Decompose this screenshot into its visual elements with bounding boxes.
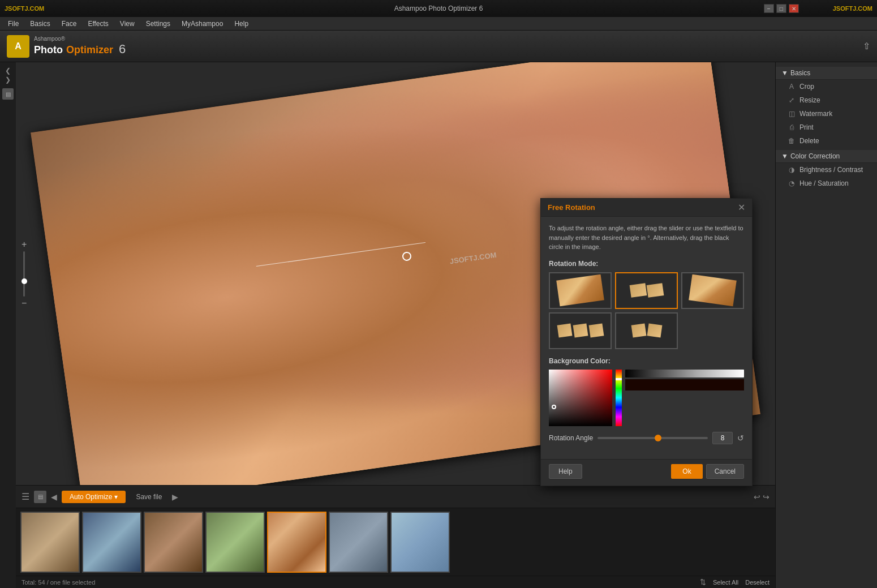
- filmstrip-thumb-3[interactable]: [144, 512, 203, 573]
- zoom-plus[interactable]: +: [22, 240, 27, 249]
- panel-print[interactable]: ⎙ Print: [776, 121, 877, 134]
- close-button[interactable]: ✕: [789, 4, 799, 13]
- share-icon[interactable]: ⇧: [863, 41, 870, 51]
- rotation-modes-row1: [549, 272, 744, 309]
- mode-4-img: [558, 324, 603, 337]
- rotation-mode-2[interactable]: [615, 272, 678, 309]
- nav-prev[interactable]: ❮: [5, 67, 11, 75]
- rotation-mode-3[interactable]: [681, 272, 744, 309]
- cancel-button[interactable]: Cancel: [706, 464, 744, 479]
- save-file-button[interactable]: Save file: [130, 491, 167, 503]
- panel-delete[interactable]: 🗑 Delete: [776, 134, 877, 148]
- auto-optimize-button[interactable]: Auto Optimize ▾: [62, 491, 126, 503]
- redo-icon[interactable]: ↪: [763, 492, 769, 501]
- color-gradient-box[interactable]: [549, 370, 612, 426]
- rotation-mode-5[interactable]: [615, 312, 678, 349]
- dialog-footer: Help Ok Cancel: [541, 459, 752, 486]
- filmstrip-thumb-5-selected[interactable]: [267, 512, 326, 573]
- hue-slider[interactable]: [616, 370, 622, 426]
- rotation-mode-4[interactable]: [549, 312, 612, 349]
- rotation-reset-button[interactable]: ↺: [737, 434, 744, 443]
- ok-button[interactable]: Ok: [671, 464, 702, 479]
- panel-watermark[interactable]: ◫ Watermark: [776, 107, 877, 121]
- rotation-angle-row: Rotation Angle ↺: [549, 432, 744, 444]
- menu-help[interactable]: Help: [229, 19, 254, 29]
- color-label: Color Correction: [790, 152, 840, 160]
- dialog-title: Free Rotation: [548, 203, 595, 212]
- print-label: Print: [799, 123, 814, 131]
- filmstrip-thumb-7[interactable]: [390, 512, 450, 573]
- panel-brightness[interactable]: ◑ Brightness / Contrast: [776, 163, 877, 177]
- help-button[interactable]: Help: [549, 464, 582, 479]
- right-panel: ▼ Basics A Crop ⤢ Resize ◫ Watermark ⎙ P…: [775, 62, 877, 588]
- color-picker-dot[interactable]: [552, 405, 556, 409]
- brightness-label: Brightness / Contrast: [799, 166, 863, 174]
- color-picker-grid: [549, 370, 744, 426]
- filmstrip-thumb-6[interactable]: [329, 512, 388, 573]
- sort-icon[interactable]: ⇅: [700, 578, 706, 586]
- status-bar: Total: 54 / one file selected ⇅ Select A…: [16, 576, 775, 588]
- dialog-description: To adjust the rotation angle, either dra…: [549, 224, 744, 252]
- watermark-icon: ◫: [787, 110, 796, 118]
- menu-basics[interactable]: Basics: [24, 19, 55, 29]
- color-selected-swatch: [625, 379, 744, 390]
- menu-view[interactable]: View: [114, 19, 140, 29]
- thumb-nav-right[interactable]: ▶: [172, 492, 178, 501]
- rotation-angle-input[interactable]: [712, 432, 733, 444]
- basics-collapse-icon: ▼: [781, 69, 788, 77]
- rotation-mode-1[interactable]: [549, 272, 612, 309]
- menu-face[interactable]: Face: [56, 19, 83, 29]
- basics-section-header[interactable]: ▼ Basics: [776, 67, 877, 80]
- rotation-slider-thumb[interactable]: [655, 435, 661, 441]
- header-actions: ⇧: [863, 41, 870, 51]
- thumbnail-toggle[interactable]: ▤: [2, 88, 14, 100]
- nav-next[interactable]: ❯: [5, 76, 11, 84]
- zoom-slider[interactable]: [23, 251, 25, 297]
- mode-1-preview: [552, 274, 608, 307]
- thumb-nav-left[interactable]: ◀: [51, 492, 57, 501]
- minimize-button[interactable]: −: [764, 4, 774, 13]
- app-header: A Ashampoo® Photo Optimizer 6 ⇧: [0, 31, 877, 62]
- resize-icon: ⤢: [787, 96, 796, 104]
- color-output-bar: [625, 370, 744, 390]
- rotation-mode-empty: [681, 312, 744, 349]
- zoom-thumb[interactable]: [22, 278, 27, 284]
- filmstrip: [16, 508, 775, 576]
- panel-resize[interactable]: ⤢ Resize: [776, 93, 877, 107]
- crop-label: Crop: [799, 83, 814, 91]
- filmstrip-icon[interactable]: ▤: [34, 491, 46, 503]
- hue-icon: ◔: [787, 179, 796, 187]
- mode-3-preview: [685, 274, 741, 307]
- panel-crop[interactable]: A Crop: [776, 80, 877, 93]
- menu-settings[interactable]: Settings: [140, 19, 176, 29]
- menu-myashampoo[interactable]: MyAshampoo: [176, 19, 229, 29]
- mode-2-img: [630, 284, 663, 297]
- hue-thumb[interactable]: [616, 378, 622, 380]
- left-watermark: JSOFTJ.COM: [5, 5, 44, 12]
- menu-file[interactable]: File: [2, 19, 24, 29]
- auto-optimize-label: Auto Optimize: [70, 493, 112, 501]
- menu-effects[interactable]: Effects: [82, 19, 114, 29]
- maximize-button[interactable]: □: [776, 4, 786, 13]
- version-text: 6: [119, 42, 126, 57]
- resize-label: Resize: [799, 96, 820, 104]
- deselect-button[interactable]: Deselect: [745, 579, 769, 586]
- color-section-header[interactable]: ▼ Color Correction: [776, 150, 877, 163]
- undo-redo-controls: ↩ ↪: [754, 492, 769, 501]
- free-rotation-dialog[interactable]: Free Rotation ✕ To adjust the rotation a…: [540, 198, 753, 486]
- left-panel: ❮ ❯ ▤: [0, 62, 16, 588]
- menu-icon[interactable]: ☰: [22, 491, 29, 502]
- thumbnail-icon: ▤: [6, 91, 11, 97]
- select-all-button[interactable]: Select All: [713, 579, 738, 586]
- zoom-minus[interactable]: −: [22, 299, 27, 308]
- rotation-angle-slider[interactable]: [597, 437, 708, 439]
- dialog-close-button[interactable]: ✕: [738, 202, 745, 213]
- panel-hue[interactable]: ◔ Hue / Saturation: [776, 177, 877, 190]
- filmstrip-thumb-1[interactable]: [20, 512, 80, 573]
- filmstrip-thumb-2[interactable]: [82, 512, 141, 573]
- optimizer-text: Optimizer: [66, 44, 113, 56]
- bottom-toolbar: ☰ ▤ ◀ Auto Optimize ▾ Save file ▶ ↩ ↪: [16, 485, 775, 508]
- undo-icon[interactable]: ↩: [754, 492, 760, 501]
- filmstrip-thumb-4[interactable]: [205, 512, 265, 573]
- delete-icon: 🗑: [787, 137, 796, 145]
